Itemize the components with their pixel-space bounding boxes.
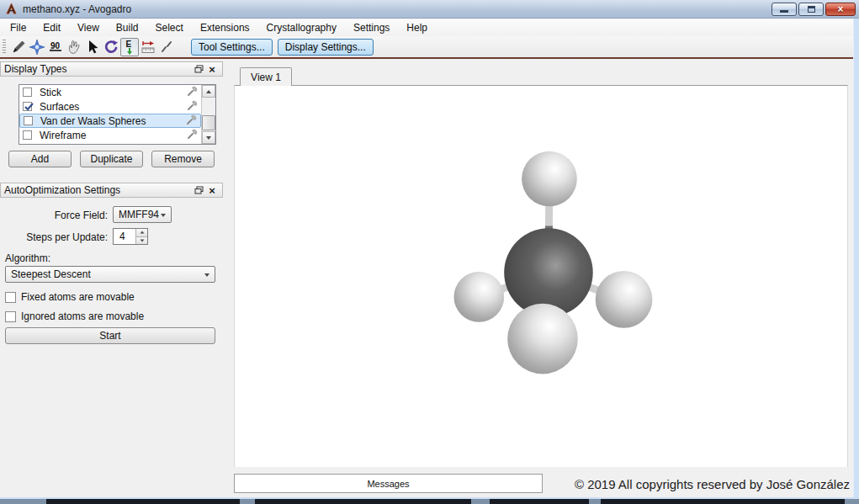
titlebar[interactable]: methano.xyz - Avogadro ×	[0, 0, 859, 19]
display-type-row-stick[interactable]: Stick	[19, 85, 201, 99]
navigate-tool-icon[interactable]	[28, 38, 46, 56]
vdw-spheres-checkbox[interactable]	[24, 116, 33, 125]
display-types-header[interactable]: Display Types ×	[0, 61, 223, 77]
stick-settings-wrench-icon[interactable]	[187, 86, 198, 99]
surfaces-label: Surfaces	[40, 101, 187, 113]
menu-extensions[interactable]: Extensions	[192, 20, 258, 35]
display-settings-button[interactable]: Display Settings...	[278, 39, 374, 56]
steps-per-update-stepper[interactable]: 4	[113, 228, 148, 245]
avogadro-window: methano.xyz - Avogadro × File Edit View …	[0, 0, 859, 504]
force-field-value: MMFF94	[119, 209, 159, 220]
left-dock: Display Types × Stick Surfaces	[0, 59, 223, 497]
copyright-text: © 2019 All copyrights reserved by José G…	[575, 477, 850, 491]
atom-h-right[interactable]	[596, 271, 653, 328]
menu-settings[interactable]: Settings	[345, 20, 398, 35]
atom-h-top[interactable]	[522, 151, 577, 207]
display-types-scrollbar[interactable]	[201, 85, 215, 144]
display-type-row-surfaces[interactable]: Surfaces	[19, 99, 201, 114]
wireframe-label: Wireframe	[40, 130, 187, 141]
menu-view[interactable]: View	[69, 20, 108, 35]
display-types-title: Display Types	[4, 63, 192, 75]
avogadro-logo-icon	[5, 3, 18, 15]
scroll-down-icon[interactable]	[202, 131, 215, 144]
display-type-row-vdw-spheres[interactable]: Van der Waals Spheres	[19, 114, 201, 128]
spin-up-icon[interactable]	[136, 229, 147, 236]
scroll-up-icon[interactable]	[202, 85, 215, 98]
fixed-atoms-label: Fixed atoms are movable	[21, 291, 135, 303]
panel-close-icon[interactable]: ×	[205, 63, 219, 75]
tab-view-1[interactable]: View 1	[240, 67, 292, 86]
align-tool-icon[interactable]	[139, 38, 157, 56]
force-field-label: Force Field:	[0, 210, 108, 221]
auto-optimize-tool-icon[interactable]: E	[120, 38, 139, 56]
draw-tool-icon[interactable]	[9, 38, 28, 56]
steps-per-update-label: Steps per Update:	[0, 231, 108, 243]
algorithm-select[interactable]: Steepest Descent	[5, 266, 215, 283]
stick-label: Stick	[40, 87, 187, 98]
algorithm-value: Steepest Descent	[11, 268, 91, 280]
surfaces-settings-wrench-icon[interactable]	[187, 100, 198, 114]
measure-tool-icon[interactable]: 90	[46, 38, 65, 56]
autoopt-title: AutoOptimization Settings	[4, 184, 192, 196]
wireframe-checkbox[interactable]	[23, 130, 32, 140]
panel-close-icon[interactable]: ×	[205, 184, 219, 196]
atom-h-left[interactable]	[453, 272, 504, 322]
surfaces-checkbox[interactable]	[23, 102, 32, 111]
vdw-settings-wrench-icon[interactable]	[186, 114, 197, 128]
display-types-list: Stick Surfaces Van der Waals Spheres	[19, 84, 216, 145]
steps-value: 4	[114, 231, 135, 242]
combo-arrow-icon	[204, 273, 209, 277]
tool-settings-button[interactable]: Tool Settings...	[191, 39, 273, 56]
molecule-viewport[interactable]	[234, 85, 848, 467]
atom-carbon[interactable]	[504, 228, 593, 317]
minimize-icon	[780, 10, 788, 13]
spin-down-icon[interactable]	[136, 236, 147, 245]
taskbar-sliver	[0, 499, 859, 504]
close-button[interactable]: ×	[825, 3, 856, 16]
fixed-atoms-checkbox[interactable]	[5, 292, 16, 303]
menu-edit[interactable]: Edit	[34, 20, 69, 35]
scrollbar-thumb[interactable]	[202, 115, 215, 130]
selection-tool-icon[interactable]	[83, 38, 102, 56]
menu-select[interactable]: Select	[147, 20, 192, 35]
ignored-atoms-label: Ignored atoms are movable	[21, 310, 144, 322]
close-icon: ×	[837, 4, 843, 14]
maximize-button[interactable]	[798, 3, 824, 16]
stick-checkbox[interactable]	[23, 88, 32, 97]
ignored-atoms-checkbox[interactable]	[5, 311, 16, 322]
svg-text:E: E	[126, 40, 132, 49]
menu-file[interactable]: File	[2, 20, 34, 35]
rotate-tool-icon[interactable]	[102, 38, 120, 56]
wireframe-settings-wrench-icon[interactable]	[187, 129, 198, 142]
window-title: methano.xyz - Avogadro	[23, 3, 131, 15]
maximize-icon	[808, 6, 815, 13]
duplicate-button[interactable]: Duplicate	[80, 151, 143, 167]
main-area: View 1	[227, 59, 853, 497]
algorithm-label: Algorithm:	[5, 252, 50, 264]
toolbar: 90 E Tool Settings... Display Settings..…	[0, 36, 859, 57]
manipulate-hand-tool-icon[interactable]	[65, 38, 83, 56]
auto-rotate-tool-icon[interactable]	[157, 38, 176, 56]
vdw-spheres-label: Van der Waals Spheres	[40, 115, 186, 127]
messages-dock-tab[interactable]: Messages	[234, 474, 543, 493]
force-field-select[interactable]: MMFF94	[113, 206, 172, 223]
combo-arrow-icon	[161, 214, 166, 217]
menu-build[interactable]: Build	[108, 20, 147, 35]
start-button[interactable]: Start	[5, 327, 215, 344]
minimize-button[interactable]	[772, 3, 797, 16]
ignored-atoms-checkbox-row[interactable]: Ignored atoms are movable	[5, 310, 144, 322]
display-type-row-wireframe[interactable]: Wireframe	[19, 128, 201, 142]
methane-molecule[interactable]	[235, 86, 847, 467]
float-panel-icon[interactable]	[192, 184, 205, 196]
add-button[interactable]: Add	[8, 151, 72, 167]
menu-crystallography[interactable]: Crystallography	[258, 20, 345, 35]
autoopt-header[interactable]: AutoOptimization Settings ×	[0, 183, 223, 198]
toolbar-grip[interactable]	[3, 40, 6, 55]
atom-h-front[interactable]	[507, 304, 578, 374]
remove-button[interactable]: Remove	[151, 151, 215, 167]
fixed-atoms-checkbox-row[interactable]: Fixed atoms are movable	[5, 291, 135, 303]
menu-help[interactable]: Help	[398, 20, 436, 35]
float-panel-icon[interactable]	[192, 63, 205, 75]
menubar: File Edit View Build Select Extensions C…	[0, 19, 859, 36]
window-right-border	[853, 19, 859, 497]
